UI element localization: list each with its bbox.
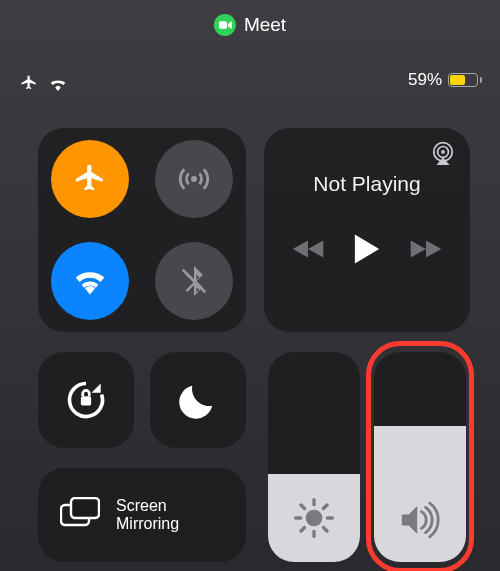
volume-slider[interactable]	[374, 352, 466, 562]
screen-mirroring-button[interactable]: Screen Mirroring	[38, 468, 246, 562]
bluetooth-button[interactable]	[155, 242, 233, 320]
brightness-icon	[294, 498, 334, 542]
brightness-slider[interactable]	[268, 352, 360, 562]
svg-point-1	[191, 176, 197, 182]
svg-line-14	[301, 505, 305, 509]
wifi-icon	[48, 76, 68, 91]
wifi-button[interactable]	[51, 242, 129, 320]
airplane-mode-icon	[20, 74, 38, 92]
next-track-button[interactable]	[409, 238, 443, 264]
svg-rect-8	[71, 498, 99, 518]
media-tile[interactable]: Not Playing	[264, 128, 470, 332]
airplay-icon[interactable]	[430, 140, 456, 170]
svg-line-16	[301, 528, 305, 532]
svg-rect-6	[81, 396, 91, 405]
svg-line-17	[324, 505, 328, 509]
screen-mirroring-label: Screen Mirroring	[116, 497, 179, 534]
airplane-mode-button[interactable]	[51, 140, 129, 218]
now-playing-label: Not Playing	[313, 172, 420, 196]
svg-point-5	[441, 150, 445, 154]
rotation-lock-button[interactable]	[38, 352, 134, 448]
connectivity-tile[interactable]	[38, 128, 246, 332]
svg-point-9	[306, 510, 323, 527]
previous-track-button[interactable]	[291, 238, 325, 264]
svg-rect-0	[218, 21, 226, 29]
battery-percent-label: 59%	[408, 70, 442, 90]
play-button[interactable]	[352, 232, 382, 270]
status-bar-right: 59%	[408, 70, 478, 90]
pill-app-label: Meet	[244, 14, 286, 36]
screen-mirroring-icon	[60, 497, 100, 533]
status-bar-left	[20, 74, 68, 92]
volume-icon	[399, 502, 441, 542]
cellular-data-button[interactable]	[155, 140, 233, 218]
battery-icon	[448, 73, 478, 87]
camera-in-use-pill[interactable]: Meet	[214, 14, 286, 36]
svg-line-15	[324, 528, 328, 532]
camera-icon	[214, 14, 236, 36]
do-not-disturb-button[interactable]	[150, 352, 246, 448]
